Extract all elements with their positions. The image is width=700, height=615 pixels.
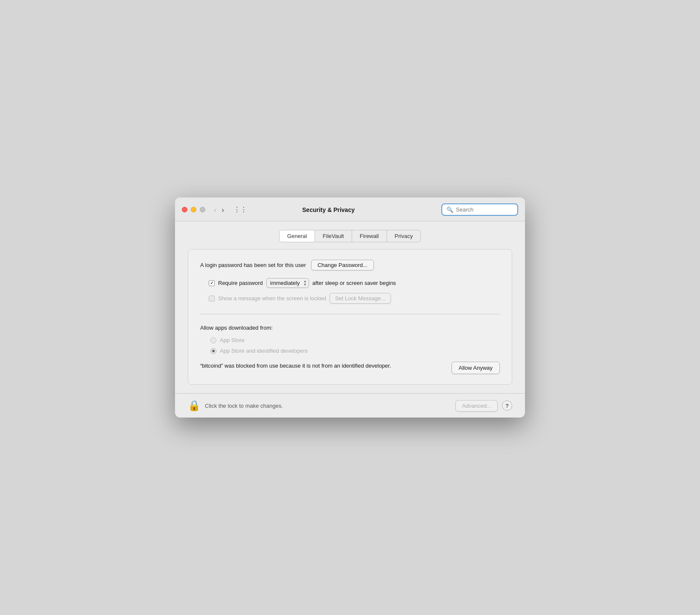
app-store-identified-radio-row: App Store and identified developers (210, 348, 500, 354)
footer-right: Advanced... ? (455, 400, 512, 412)
minimize-button[interactable] (191, 207, 196, 212)
window: ‹ › ⋮⋮ Security & Privacy 🔍 General File… (175, 197, 525, 418)
require-password-label: Require password (218, 280, 263, 286)
allow-apps-label: Allow apps downloaded from: (200, 325, 500, 331)
window-title: Security & Privacy (221, 206, 436, 213)
allow-anyway-button[interactable]: Allow Anyway (452, 362, 500, 374)
search-box: 🔍 (441, 203, 518, 216)
password-row: A login password has been set for this u… (200, 260, 500, 270)
after-sleep-label: after sleep or screen saver begins (312, 280, 396, 286)
app-store-radio[interactable] (210, 337, 216, 343)
password-set-label: A login password has been set for this u… (200, 262, 306, 268)
tab-general[interactable]: General (279, 230, 315, 242)
app-store-label: App Store (220, 337, 245, 343)
set-lock-message-button[interactable]: Set Lock Message... (330, 293, 391, 304)
immediately-dropdown[interactable]: immediately 5 seconds 1 minute 5 minutes… (266, 278, 309, 288)
traffic-lights (182, 207, 205, 212)
content-area: General FileVault Firewall Privacy A log… (175, 221, 525, 393)
change-password-button[interactable]: Change Password... (311, 260, 374, 270)
lock-message-row: Show a message when the screen is locked… (209, 293, 500, 304)
footer: 🔒 Click the lock to make changes. Advanc… (175, 393, 525, 418)
app-store-identified-radio[interactable] (210, 348, 216, 354)
back-button[interactable]: ‹ (212, 205, 218, 215)
advanced-button[interactable]: Advanced... (455, 400, 498, 412)
tabs: General FileVault Firewall Privacy (188, 230, 512, 242)
app-store-radio-row: App Store (210, 337, 500, 343)
require-password-row: Require password immediately 5 seconds 1… (209, 278, 500, 288)
blocked-text: “bitcoind” was blocked from use because … (200, 362, 443, 370)
immediately-dropdown-wrapper: immediately 5 seconds 1 minute 5 minutes… (266, 278, 309, 288)
lock-area: 🔒 Click the lock to make changes. (188, 400, 283, 412)
tab-privacy[interactable]: Privacy (387, 230, 421, 242)
titlebar: ‹ › ⋮⋮ Security & Privacy 🔍 (175, 197, 525, 221)
maximize-button[interactable] (200, 207, 205, 212)
lock-message-label: Show a message when the screen is locked (218, 295, 326, 302)
divider (200, 314, 500, 314)
lock-icon[interactable]: 🔒 (188, 400, 201, 412)
help-button[interactable]: ? (502, 400, 512, 411)
lock-message-checkbox[interactable] (209, 296, 215, 302)
tab-filevault[interactable]: FileVault (315, 230, 352, 242)
blocked-message-row: “bitcoind” was blocked from use because … (200, 362, 500, 374)
radio-group: App Store App Store and identified devel… (210, 337, 500, 354)
tab-firewall[interactable]: Firewall (352, 230, 387, 242)
search-input[interactable] (456, 206, 513, 213)
search-icon: 🔍 (446, 206, 453, 213)
require-password-checkbox[interactable] (209, 280, 215, 286)
lock-text: Click the lock to make changes. (205, 403, 283, 409)
general-panel: A login password has been set for this u… (188, 249, 512, 385)
close-button[interactable] (182, 207, 187, 212)
app-store-identified-label: App Store and identified developers (220, 348, 308, 354)
